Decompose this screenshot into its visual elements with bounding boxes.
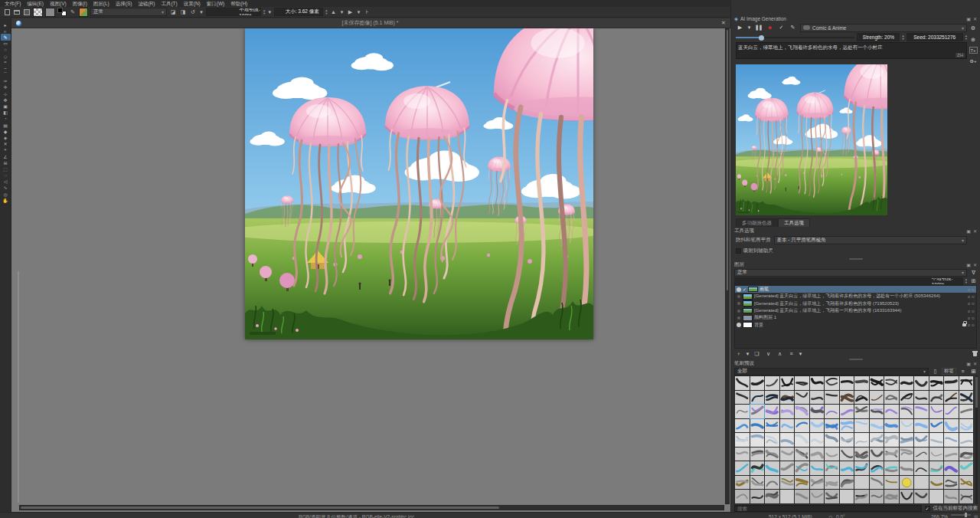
layer-thumbnail[interactable] [743, 315, 753, 321]
brush-preset[interactable] [825, 490, 839, 503]
brush-preset[interactable] [854, 490, 869, 503]
brush-preset[interactable] [780, 433, 795, 447]
tool-assistants[interactable]: ⌖ [1, 147, 11, 153]
brush-preset[interactable] [854, 461, 869, 475]
layer-options-icon[interactable]: ⊙ [972, 301, 975, 306]
move-layer-up-button[interactable]: ∧ [776, 349, 784, 358]
close-docker-icon[interactable]: ✕ [973, 361, 977, 366]
brush-preset[interactable] [735, 391, 750, 405]
brush-tag-dropdown[interactable]: 全部 ▾ [734, 368, 929, 375]
edit-brush-settings-button[interactable]: ✎ [69, 8, 77, 16]
brush-preset[interactable] [929, 490, 944, 503]
strength-slider[interactable] [736, 33, 854, 41]
reload-preset-button[interactable]: ↺ [189, 8, 197, 16]
tool-enclose-fill[interactable]: ◈ [1, 134, 11, 140]
brush-preset[interactable] [944, 419, 959, 433]
eraser-mode-button[interactable]: ◪ [169, 8, 177, 16]
generate-button[interactable]: ▶ [736, 24, 744, 32]
brush-preset[interactable] [750, 461, 765, 475]
brush-preset[interactable] [914, 461, 929, 475]
brush-preset[interactable] [780, 476, 795, 490]
brush-preset[interactable] [795, 405, 809, 418]
brush-preset[interactable] [854, 391, 869, 405]
chevron-down-icon[interactable]: ▾ [357, 8, 361, 16]
brush-preset[interactable] [795, 448, 809, 461]
brush-grid-scrollbar[interactable] [975, 375, 978, 504]
brush-preset[interactable] [900, 490, 914, 503]
pattern-chooser[interactable] [45, 8, 55, 17]
brush-preset[interactable] [900, 391, 914, 405]
brush-preset[interactable] [810, 419, 825, 433]
brush-preset[interactable] [765, 461, 779, 475]
brush-preset[interactable] [750, 433, 765, 447]
chevron-down-icon[interactable]: ▾ [799, 349, 802, 358]
brush-preset[interactable] [795, 433, 809, 447]
apply-button[interactable]: ✓ [777, 24, 786, 32]
mirror-view-button[interactable]: ▲ [330, 8, 338, 16]
layer-filter-icon[interactable]: ∇ [969, 268, 978, 277]
brush-preset[interactable] [854, 419, 869, 433]
brush-preset[interactable] [750, 405, 765, 418]
tool-colorize-mask[interactable]: ✕ [1, 141, 11, 147]
brush-preset[interactable] [854, 433, 869, 447]
layer-options-icon[interactable]: ⊙ [972, 323, 975, 327]
brush-preset[interactable] [810, 433, 825, 447]
style-preset-dropdown[interactable]: Comic & Anime ▾ [800, 24, 967, 32]
connection-icon[interactable]: ⊕ [969, 35, 978, 44]
layer-thumbnail[interactable] [743, 300, 753, 307]
brush-preset[interactable] [765, 433, 779, 447]
chevron-down-icon[interactable]: ▾ [267, 8, 272, 16]
brush-preset[interactable] [750, 476, 765, 490]
layer-properties-button[interactable]: ≡ [787, 349, 795, 358]
chevron-down-icon[interactable]: ▾ [199, 8, 204, 16]
vertical-scrollbar[interactable] [725, 28, 730, 504]
menu-item-9[interactable]: 窗口(W) [204, 0, 227, 7]
opacity-slider[interactable]: 不透明度: 100% [206, 8, 261, 16]
menu-item-4[interactable]: 图层(L) [90, 0, 113, 7]
size-spinner[interactable]: ▴▾ [325, 9, 327, 15]
docker-separator[interactable] [849, 258, 863, 260]
brush-preset[interactable] [780, 490, 795, 503]
tool-move[interactable]: ✥ [1, 97, 11, 103]
alpha-icon[interactable]: α [968, 301, 970, 306]
brush-preset[interactable] [735, 433, 750, 447]
brush-preset[interactable] [900, 376, 914, 390]
language-badge[interactable]: ZH [956, 53, 965, 57]
brush-preset[interactable] [825, 391, 839, 405]
tool-color-sampler[interactable]: ◔ [1, 116, 11, 122]
brush-preset[interactable] [780, 405, 795, 418]
smoothing-dropdown[interactable]: 基本 - 只平滑笔画棱角 ▾ [774, 236, 968, 244]
grid-view-icon[interactable]: ⊞ [969, 367, 978, 375]
brush-preset[interactable] [735, 448, 750, 461]
brush-preset[interactable] [825, 433, 839, 447]
layer-row[interactable]: ✓画笔α⊙ [735, 286, 976, 293]
layer-opacity-spinner[interactable]: ▴▾ [965, 278, 967, 284]
brush-preset[interactable] [929, 461, 944, 475]
brush-preset[interactable] [914, 433, 929, 447]
brush-preset[interactable] [795, 419, 809, 433]
brush-preset[interactable] [929, 419, 944, 433]
edit-prompt-button[interactable]: ✎ [789, 24, 797, 32]
open-document-button[interactable] [13, 8, 21, 16]
brush-preset[interactable] [900, 419, 914, 433]
brush-preset[interactable] [795, 461, 809, 475]
layer-opacity-slider[interactable]: 不透明度: 100% [734, 277, 963, 285]
brush-preset[interactable] [959, 419, 974, 433]
brush-preset[interactable] [959, 433, 974, 447]
brush-preset[interactable] [900, 476, 914, 490]
alpha-icon[interactable]: α [968, 294, 970, 299]
brush-preset[interactable] [929, 391, 944, 405]
brush-preset[interactable] [884, 433, 899, 447]
layer-visibility-icon[interactable] [737, 302, 740, 305]
brush-preset[interactable] [795, 490, 809, 503]
foreground-background-colors[interactable] [57, 8, 67, 16]
tool-rect-select[interactable]: ⬚ [1, 166, 11, 172]
brush-preset[interactable] [750, 391, 765, 405]
delete-layer-button[interactable] [972, 351, 978, 356]
brush-preset[interactable] [959, 405, 974, 418]
brush-preset[interactable] [914, 448, 929, 461]
brush-preset[interactable] [944, 376, 959, 390]
duplicate-layer-button[interactable]: ❏ [753, 349, 761, 358]
brush-preset[interactable] [854, 448, 869, 461]
brush-preset[interactable] [840, 376, 854, 390]
